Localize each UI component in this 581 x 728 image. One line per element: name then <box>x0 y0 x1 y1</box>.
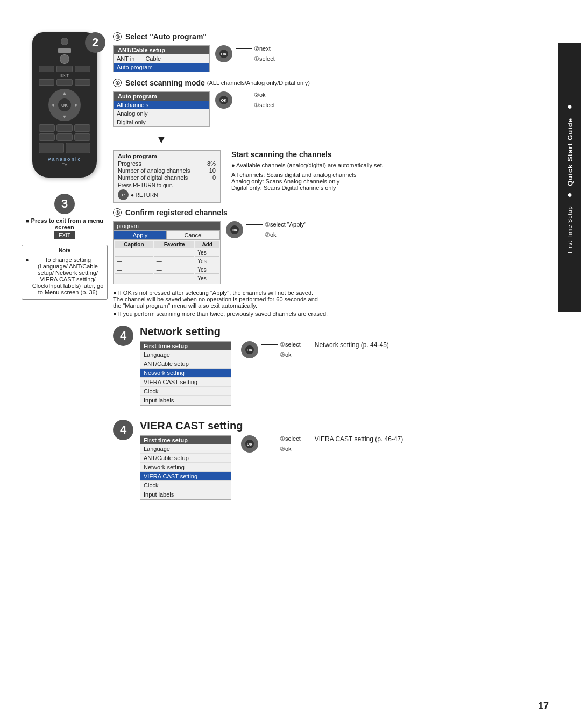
step5-arrow-labels: ①select "Apply" ②ok <box>246 221 306 238</box>
ok-text-4: ②ok <box>254 91 266 98</box>
select-text-4: ①select <box>254 102 275 109</box>
ant-cable-menu: ANT/Cable setup ANT in Cable Auto progra… <box>113 45 210 72</box>
viera-page-ref: VIERA CAST setting (p. 46-47) <box>315 435 403 443</box>
confirm-buttons: Apply Cancel <box>114 230 220 240</box>
digital-row: Number of digital channels 0 <box>118 174 216 181</box>
select-text-3: ①select <box>254 55 275 62</box>
col-caption: Caption <box>115 241 153 248</box>
tab-subtitle: First Time Setup <box>566 206 573 253</box>
main-content: 2 ③ Select "Auto program" ANT/Cable setu… <box>113 32 551 516</box>
remote-top-btn <box>60 54 69 64</box>
arrow-line4 <box>236 105 252 105</box>
viera-ok-text: ②ok <box>280 446 292 453</box>
step3-title-text: Select "Auto program" <box>125 32 207 41</box>
arrow-line10 <box>261 449 278 449</box>
section4-row: 4 VIERA CAST setting First time setup La… <box>113 420 551 505</box>
viera-select-label: ①select <box>261 435 301 442</box>
step4-content: Auto program All channels Analog only Di… <box>113 91 551 127</box>
quit-text: Press RETURN to quit. <box>118 182 216 188</box>
viera-input: Input labels <box>140 490 231 499</box>
select-label-3: ①select <box>236 55 275 62</box>
table-row: — — Yes <box>115 249 219 257</box>
ok-inner-3: OK <box>219 50 228 58</box>
ok-inner-4: OK <box>219 96 228 104</box>
ok-inner-net: OK <box>245 345 254 354</box>
section4-body: First time setup Language ANT/Cable setu… <box>140 435 551 500</box>
step5-title-text: Confirm registered channels <box>125 208 228 217</box>
col-add: Add <box>195 241 219 248</box>
viera-select-text: ①select <box>280 435 301 442</box>
exit-box: EXIT <box>54 231 75 239</box>
network-clock: Clock <box>140 387 231 396</box>
analog-value: 10 <box>209 167 216 174</box>
step5-notes: ● If OK is not pressed after selecting "… <box>113 289 447 317</box>
ok-text-5: ②ok <box>265 231 277 238</box>
viera-viera: VIERA CAST setting <box>140 472 231 481</box>
analog-label: Number of analog channels <box>118 167 190 174</box>
progress-value: 8% <box>207 160 216 167</box>
scanning-menu: Auto program Progress 8% Number of analo… <box>113 150 221 203</box>
ok-diagram-4: OK <box>215 91 232 109</box>
step4-title: ④ Select scanning mode (ALL channels/Ana… <box>113 79 551 87</box>
viera-lang: Language <box>140 444 231 454</box>
viera-ant: ANT/Cable setup <box>140 454 231 463</box>
arrow-line5 <box>246 224 263 225</box>
ant-cable-row: ANT in Cable <box>114 54 209 63</box>
scanning-header: Auto program <box>118 153 216 159</box>
ok-inner-5: OK <box>230 225 239 234</box>
viera-ok-label: ②ok <box>261 446 301 453</box>
arrow-line6 <box>246 235 263 235</box>
net-select-label: ①select <box>261 341 301 348</box>
viera-network: Network setting <box>140 463 231 472</box>
remote-lower-btn2 <box>56 124 73 132</box>
network-firsttime-box: First time setup Language ANT/Cable setu… <box>140 341 231 406</box>
cell-fav-4: — <box>154 275 195 282</box>
remote-row3 <box>39 124 90 132</box>
step4-ok-arrows: OK ②ok ①select <box>215 91 275 109</box>
digital-label: Number of digital channels <box>118 174 188 181</box>
digital-only-item: Digital only <box>114 118 209 126</box>
circle-4: ④ <box>113 79 122 87</box>
section3-ok-arrows: OK ①select ②ok <box>241 341 301 358</box>
ok-diagram-viera: OK <box>241 435 258 453</box>
ok-diagram-3: OK <box>215 45 232 62</box>
remote-btn2 <box>56 66 72 72</box>
remote-btn6 <box>75 79 90 86</box>
net-page-ref: Network setting (p. 44-45) <box>315 341 389 349</box>
arrow-line8 <box>261 355 278 355</box>
dpad-up: ▲ <box>61 90 68 96</box>
remote-lower-btn7 <box>39 143 64 153</box>
auto-program-menu: Auto program All channels Analog only Di… <box>113 91 210 127</box>
next-label: ②next <box>236 45 275 52</box>
apply-btn[interactable]: Apply <box>114 230 167 240</box>
step4-arrow-labels: ②ok ①select <box>236 91 275 109</box>
cancel-btn[interactable]: Cancel <box>167 230 220 240</box>
section3-title: Network setting <box>140 326 551 338</box>
step5-note2: The channel will be saved when no operat… <box>113 296 447 302</box>
dpad-down: ▼ <box>61 114 68 120</box>
down-arrow: ▼ <box>156 133 551 146</box>
digital-value: 0 <box>212 174 216 181</box>
analog-only-item: Analog only <box>114 109 209 118</box>
cell-caption-1: — <box>115 249 153 257</box>
remote-lower-btn1 <box>39 124 55 132</box>
section3-menu: First time setup Language ANT/Cable setu… <box>140 341 231 406</box>
step4-menu: Auto program All channels Analog only Di… <box>113 91 210 127</box>
note-section: Note To change setting (Language/ ANT/Ca… <box>22 245 108 300</box>
step3-content: ANT/Cable setup ANT in Cable Auto progra… <box>113 45 551 72</box>
tab-dot: ● <box>567 102 572 111</box>
network-viera: VIERA CAST setting <box>140 378 231 387</box>
cell-fav-1: — <box>154 249 195 257</box>
note-title: Note <box>25 248 104 253</box>
step2-circle: 2 <box>85 32 105 53</box>
note-bullets: To change setting (Language/ ANT/Cable s… <box>25 257 104 295</box>
remote-row5 <box>39 143 90 153</box>
step4-title-text: Select scanning mode <box>125 79 205 87</box>
progress-row: Progress 8% <box>118 160 216 167</box>
arrow-line3 <box>236 95 252 95</box>
scanning-all-channels: All channels: Scans digital and analog c… <box>231 172 384 178</box>
circle-3: ③ <box>113 32 122 41</box>
cell-add-1: Yes <box>195 249 219 257</box>
dpad-right: ► <box>73 102 80 108</box>
scanning-desc-block: Start scanning the channels Available ch… <box>231 150 384 191</box>
